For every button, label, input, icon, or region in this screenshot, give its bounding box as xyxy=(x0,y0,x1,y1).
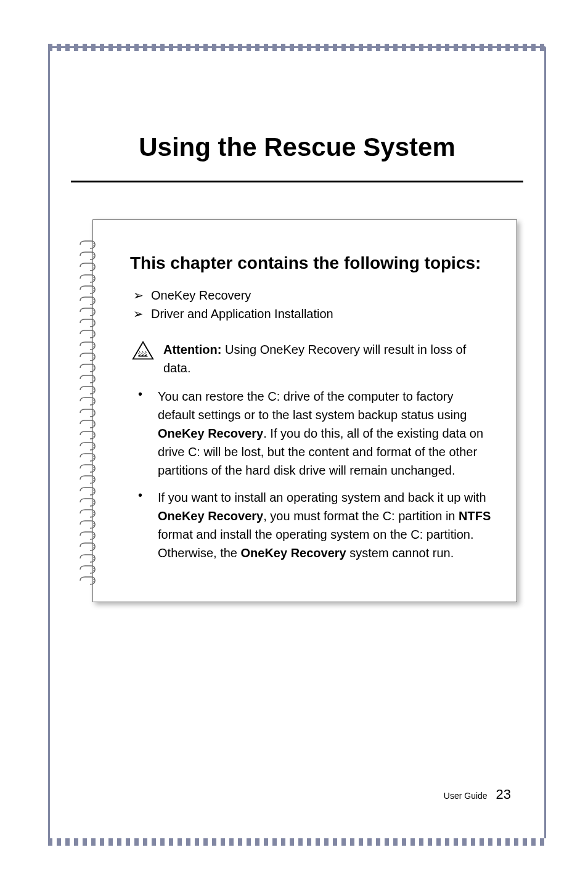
svg-point-9 xyxy=(92,345,95,347)
spiral-ring-icon xyxy=(79,509,96,519)
spiral-ring-icon xyxy=(79,497,96,508)
spiral-ring-icon xyxy=(79,452,96,463)
topic-text: Driver and Application Installation xyxy=(151,307,333,321)
spiral-ring-icon xyxy=(79,419,96,430)
svg-point-0 xyxy=(92,243,95,246)
spiral-ring-icon xyxy=(79,374,96,385)
svg-point-12 xyxy=(92,378,95,380)
page-title: Using the Rescue System xyxy=(62,133,533,162)
svg-point-24 xyxy=(92,512,95,515)
svg-point-23 xyxy=(92,501,95,504)
spiral-ring-icon xyxy=(79,318,96,329)
spiral-ring-icon xyxy=(79,341,96,351)
svg-point-7 xyxy=(92,322,95,324)
topic-list: ➢OneKey Recovery➢Driver and Application … xyxy=(130,286,493,323)
bullet-text: If you want to install an operating syst… xyxy=(158,488,493,562)
content-notebook-box: This chapter contains the following topi… xyxy=(92,219,517,602)
footer-label: User Guide xyxy=(444,791,488,801)
spiral-ring-icon xyxy=(79,531,96,541)
spiral-ring-icon xyxy=(79,396,96,407)
page-footer: User Guide 23 xyxy=(444,787,511,803)
spiral-ring-icon xyxy=(79,542,96,552)
spiral-ring-icon xyxy=(79,274,96,284)
svg-point-2 xyxy=(92,266,95,268)
svg-point-13 xyxy=(92,389,95,391)
svg-point-11 xyxy=(92,367,95,369)
svg-point-15 xyxy=(92,412,95,414)
svg-text:ṡṡṡ: ṡṡṡ xyxy=(138,350,147,357)
topic-arrow-icon: ➢ xyxy=(133,286,144,304)
attention-text: Attention: Using OneKey Recovery will re… xyxy=(163,340,493,377)
spiral-ring-icon xyxy=(79,307,96,317)
bullet-item: •If you want to install an operating sys… xyxy=(133,488,493,562)
bullet-text: You can restore the C: drive of the comp… xyxy=(158,387,493,480)
bullet-list: •You can restore the C: drive of the com… xyxy=(133,387,493,562)
svg-point-14 xyxy=(92,400,95,403)
svg-point-29 xyxy=(92,568,95,571)
topic-arrow-icon: ➢ xyxy=(133,304,144,323)
bottom-dashed-border xyxy=(48,838,546,846)
svg-point-22 xyxy=(92,490,95,492)
svg-point-30 xyxy=(92,579,95,582)
spiral-ring-icon xyxy=(79,329,96,340)
svg-point-16 xyxy=(92,423,95,425)
spiral-ring-icon xyxy=(79,408,96,419)
attention-block: ṡṡṡ Attention: Using OneKey Recovery wil… xyxy=(130,340,493,377)
svg-point-20 xyxy=(92,467,95,470)
topic-item: ➢OneKey Recovery xyxy=(130,286,493,304)
svg-point-26 xyxy=(92,534,95,537)
content-notebook-container: This chapter contains the following topi… xyxy=(92,219,517,602)
spiral-ring-icon xyxy=(79,486,96,497)
attention-label: Attention: xyxy=(163,343,221,356)
bullet-item: •You can restore the C: drive of the com… xyxy=(133,387,493,480)
spiral-ring-icon xyxy=(79,251,96,261)
topic-item: ➢Driver and Application Installation xyxy=(130,304,493,323)
footer-page-number: 23 xyxy=(496,787,511,802)
bullet-dot-icon: • xyxy=(138,488,142,562)
spiral-ring-icon xyxy=(79,565,96,575)
svg-point-27 xyxy=(92,546,95,548)
spiral-ring-icon xyxy=(79,240,96,250)
svg-point-3 xyxy=(92,277,95,280)
svg-point-28 xyxy=(92,557,95,560)
spiral-ring-icon xyxy=(79,430,96,441)
svg-point-19 xyxy=(92,456,95,459)
svg-point-6 xyxy=(92,311,95,313)
spiral-ring-icon xyxy=(79,352,96,362)
spiral-ring-icon xyxy=(79,464,96,474)
svg-point-5 xyxy=(92,300,95,302)
bullet-dot-icon: • xyxy=(138,387,142,480)
svg-point-10 xyxy=(92,356,95,358)
attention-caution-icon: ṡṡṡ xyxy=(131,340,155,361)
spiral-ring-icon xyxy=(79,363,96,374)
spiral-ring-icon xyxy=(79,285,96,295)
spiral-ring-icon xyxy=(79,554,96,564)
spiral-ring-icon xyxy=(79,441,96,452)
spiral-ring-icon xyxy=(79,576,96,586)
chapter-heading: This chapter contains the following topi… xyxy=(130,251,493,275)
svg-point-1 xyxy=(92,255,95,257)
spiral-ring-icon xyxy=(79,385,96,396)
title-underline xyxy=(71,181,523,182)
page-content: Using the Rescue System This chapter con… xyxy=(62,62,533,827)
svg-point-17 xyxy=(92,434,95,436)
spiral-ring-icon xyxy=(79,262,96,272)
spiral-binding-decoration xyxy=(79,239,104,587)
svg-point-8 xyxy=(92,333,95,335)
svg-point-21 xyxy=(92,478,95,481)
svg-point-4 xyxy=(92,288,95,291)
spiral-ring-icon xyxy=(79,475,96,485)
svg-point-18 xyxy=(92,445,95,448)
topic-text: OneKey Recovery xyxy=(151,288,251,302)
svg-point-25 xyxy=(92,523,95,526)
spiral-ring-icon xyxy=(79,296,96,306)
spiral-ring-icon xyxy=(79,520,96,530)
